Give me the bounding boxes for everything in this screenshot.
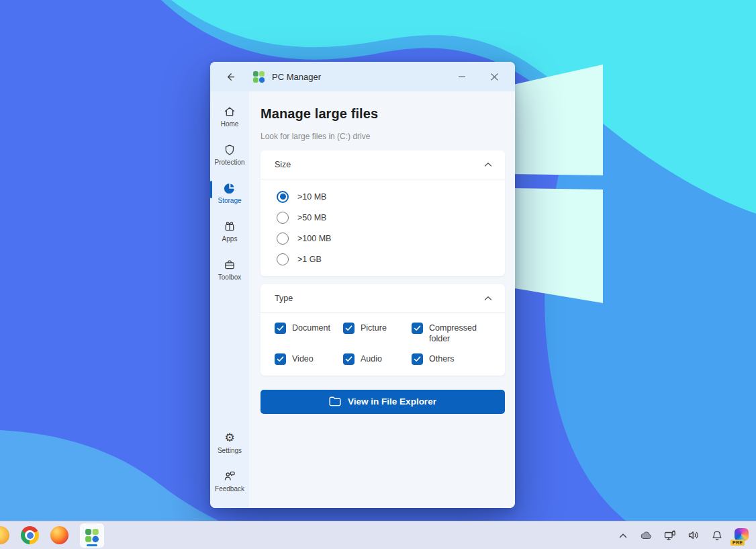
home-icon <box>223 105 236 118</box>
radio-label: >50 MB <box>297 213 326 222</box>
checkbox-checked[interactable] <box>343 323 355 334</box>
radio-label: >1 GB <box>297 255 322 264</box>
pc-manager-window: PC Manager Home <box>210 62 515 508</box>
window-title: PC Manager <box>272 72 321 82</box>
pc-manager-icon <box>85 528 99 543</box>
radio-label: >10 MB <box>297 192 326 202</box>
type-section-header[interactable]: Type <box>261 284 505 312</box>
checkbox-checked[interactable] <box>275 353 286 365</box>
chevron-up-icon <box>484 162 492 167</box>
feedback-icon <box>223 470 236 483</box>
sidebar-item-label: Toolbox <box>218 273 241 281</box>
taskbar-pinned-apps <box>0 523 104 548</box>
checkbox-label: Video <box>292 353 314 364</box>
shield-icon <box>223 143 236 157</box>
back-button[interactable] <box>222 69 238 85</box>
minimize-icon <box>458 73 466 81</box>
notifications-bell-icon[interactable] <box>710 528 724 543</box>
running-app-indicator <box>87 544 97 546</box>
button-label: View in File Explorer <box>348 396 436 407</box>
chevron-up-icon <box>484 296 492 301</box>
type-section-card: Type Document <box>261 284 505 376</box>
checkbox-option-video[interactable]: Video <box>275 353 343 365</box>
checkbox-option-audio[interactable]: Audio <box>343 353 412 365</box>
checkbox-checked[interactable] <box>412 353 423 365</box>
checkbox-option-compressed-folder[interactable]: Compressed folder <box>412 323 495 345</box>
pc-manager-logo-icon <box>252 71 265 83</box>
close-icon <box>490 73 499 81</box>
view-in-file-explorer-button[interactable]: View in File Explorer <box>261 390 505 414</box>
copilot-button[interactable]: PRE <box>733 527 749 544</box>
sidebar-item-home[interactable]: Home <box>210 97 249 135</box>
checkbox-checked[interactable] <box>412 323 423 334</box>
partial-app-icon[interactable] <box>0 526 9 544</box>
titlebar[interactable]: PC Manager <box>210 62 515 91</box>
sidebar-item-label: Storage <box>218 197 241 204</box>
radio[interactable] <box>277 233 289 245</box>
copilot-icon <box>735 528 749 541</box>
taskbar: PRE <box>0 521 756 549</box>
sidebar-item-protection[interactable]: Protection <box>210 135 249 173</box>
network-icon[interactable] <box>663 528 677 543</box>
type-section-title: Type <box>275 294 293 303</box>
size-section-card: Size >10 MB >50 MB <box>261 151 505 276</box>
radio-label: >100 MB <box>297 234 331 243</box>
page-title: Manage large files <box>261 106 505 122</box>
sidebar-item-toolbox[interactable]: Toolbox <box>210 250 249 288</box>
sidebar-item-label: Settings <box>218 447 242 454</box>
page-subtitle: Look for large files in (C:) drive <box>261 132 505 141</box>
size-options-list: >10 MB >50 MB >100 MB >1 GB <box>261 179 505 276</box>
folder-icon <box>329 396 341 407</box>
window-body: Home Protection Storage <box>210 91 515 508</box>
size-section-title: Size <box>275 160 291 169</box>
volume-icon[interactable] <box>686 528 701 543</box>
sidebar-item-label: Protection <box>214 159 244 166</box>
checkbox-option-others[interactable]: Others <box>412 353 495 365</box>
pc-manager-taskbar-button[interactable] <box>80 523 104 548</box>
checkbox-label: Picture <box>361 323 387 333</box>
sidebar-item-label: Apps <box>222 235 238 243</box>
checkbox-label: Others <box>429 353 455 364</box>
sidebar-item-label: Home <box>221 120 239 128</box>
checkbox-checked[interactable] <box>343 353 355 365</box>
chrome-icon[interactable] <box>21 526 39 544</box>
size-section-header[interactable]: Size <box>261 151 505 179</box>
radio-selected[interactable] <box>277 191 289 203</box>
checkbox-label: Compressed folder <box>429 323 483 345</box>
hidden-icons-chevron-icon[interactable] <box>616 528 630 543</box>
apps-gift-icon <box>223 220 236 233</box>
sidebar-item-apps[interactable]: Apps <box>210 212 249 250</box>
sidebar-item-storage[interactable]: Storage <box>210 173 249 212</box>
radio-option-1gb[interactable]: >1 GB <box>277 249 505 269</box>
onedrive-cloud-icon[interactable] <box>639 528 654 543</box>
active-indicator <box>210 181 212 198</box>
sidebar-item-feedback[interactable]: Feedback <box>210 462 249 500</box>
toolbox-icon <box>223 258 236 271</box>
radio[interactable] <box>277 212 289 224</box>
radio-option-10mb[interactable]: >10 MB <box>277 186 505 207</box>
firefox-icon[interactable] <box>50 526 68 544</box>
radio-option-100mb[interactable]: >100 MB <box>277 228 505 249</box>
sidebar: Home Protection Storage <box>210 91 249 508</box>
sidebar-spacer <box>210 288 249 423</box>
back-arrow-icon <box>225 71 236 83</box>
storage-pie-icon <box>223 181 236 195</box>
minimize-button[interactable] <box>452 67 472 87</box>
gear-icon: ⚙ <box>223 431 236 445</box>
radio[interactable] <box>277 253 289 265</box>
checkbox-checked[interactable] <box>275 323 286 334</box>
radio-option-50mb[interactable]: >50 MB <box>277 207 505 228</box>
close-button[interactable] <box>484 67 504 87</box>
checkbox-label: Audio <box>361 353 382 364</box>
checkbox-option-document[interactable]: Document <box>275 323 343 345</box>
system-tray: PRE <box>616 527 749 544</box>
checkbox-option-picture[interactable]: Picture <box>343 323 412 345</box>
checkbox-label: Document <box>292 323 330 333</box>
sidebar-item-settings[interactable]: ⚙ Settings <box>210 423 249 462</box>
sidebar-item-label: Feedback <box>215 485 244 493</box>
type-options-grid: Document Picture Compressed folder <box>261 313 505 376</box>
main-content: Manage large files Look for large files … <box>249 91 515 508</box>
copilot-pre-badge: PRE <box>730 540 745 546</box>
